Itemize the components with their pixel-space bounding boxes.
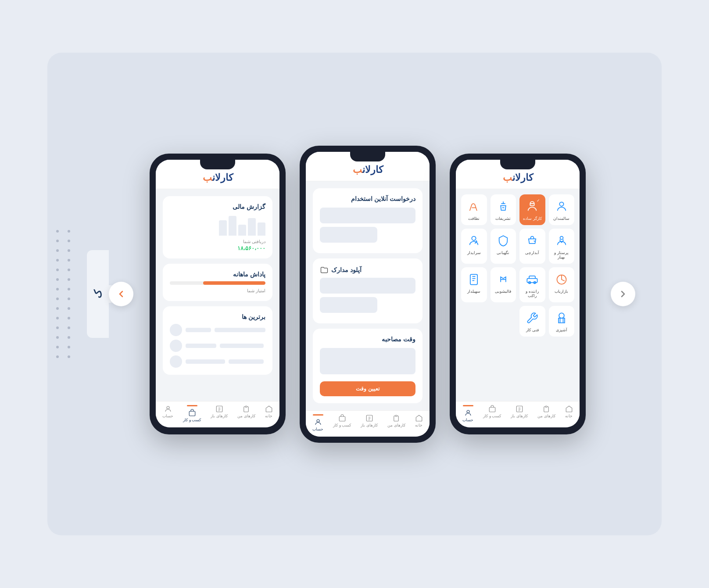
nav-2-home[interactable]: خانه xyxy=(415,414,423,431)
svg-rect-4 xyxy=(339,416,345,421)
svg-point-15 xyxy=(559,313,564,318)
kargar-icon-wrapper: ✓ xyxy=(524,199,540,215)
left-arrow-button[interactable] xyxy=(109,282,133,306)
salemandan-icon xyxy=(554,199,569,215)
category-ghali[interactable]: قالیشویی xyxy=(491,267,516,302)
nav-open-jobs[interactable]: کارهای باز xyxy=(211,405,228,422)
nav-3-home[interactable]: خانه xyxy=(565,405,573,422)
nav-2-home-label: خانه xyxy=(415,423,423,427)
nav-3-open-jobs[interactable]: کارهای باز xyxy=(511,405,528,422)
circle-1 xyxy=(170,324,182,336)
folder-icon xyxy=(320,265,329,274)
category-ashpaz[interactable]: آشپزی xyxy=(549,306,575,337)
nav-2-business[interactable]: کسب و کار xyxy=(333,414,351,431)
nav-2-account[interactable]: حساب xyxy=(312,414,323,431)
ranande-icon xyxy=(524,272,540,287)
selected-check: ✓ xyxy=(535,197,542,204)
category-parastar[interactable]: پرستار و بهیار xyxy=(549,229,575,264)
circle-3 xyxy=(170,355,182,368)
category-tashrife[interactable]: تشریفات xyxy=(491,194,516,225)
category-abdarcchi[interactable]: آبدارچی xyxy=(519,229,545,264)
list-row-2 xyxy=(170,340,265,352)
bar-3 xyxy=(238,225,246,236)
financial-subtitle: دریافتی شما xyxy=(170,239,265,244)
category-nezafat[interactable]: نظافت xyxy=(461,194,487,225)
nav-2-open-jobs[interactable]: کارهای باز xyxy=(361,414,378,431)
nav-business-label: کسب و کار xyxy=(183,418,201,422)
category-bazaryab[interactable]: بازاریاب xyxy=(549,267,575,302)
bazaryab-label: بازاریاب xyxy=(555,289,568,294)
nav-3-my-jobs-label: کارهای من xyxy=(537,414,555,418)
svg-rect-5 xyxy=(366,415,372,421)
nav-my-jobs[interactable]: کارهای من xyxy=(237,405,255,422)
nav-3-account[interactable]: حساب xyxy=(462,405,473,422)
list-row-1 xyxy=(170,324,265,336)
right-arrow-button[interactable] xyxy=(611,282,635,306)
top-performers-card: برترین ها xyxy=(163,306,272,375)
financial-report-title: گزارش مالی xyxy=(170,203,265,210)
financial-report-card: گزارش مالی دریافتی شما ۱۸،۵۶۰،۰۰۰ xyxy=(163,196,272,258)
interview-time-block xyxy=(320,348,415,374)
line-3a xyxy=(229,359,264,364)
svg-point-3 xyxy=(317,419,319,422)
dot-grid xyxy=(56,230,72,358)
sidebar-logo: ک xyxy=(92,290,104,298)
phone-3-content: سالمندان ✓ xyxy=(456,189,580,401)
category-soheil[interactable]: سهیلدار xyxy=(461,267,487,302)
nav-2-indicator xyxy=(313,414,323,416)
svg-rect-17 xyxy=(489,407,495,412)
bar-2 xyxy=(248,218,256,236)
nav-account[interactable]: حساب xyxy=(162,405,173,422)
nav-2-my-jobs[interactable]: کارهای من xyxy=(387,414,405,431)
phone-2: کارلانب درخواست آنلاین استخدام آپلود مدا… xyxy=(300,146,436,443)
nav-2-account-label: حساب xyxy=(312,427,323,431)
sidebar-tab: ک xyxy=(87,250,109,338)
nav-3-business[interactable]: کسب و کار xyxy=(483,405,501,422)
nav-home[interactable]: خانه xyxy=(265,405,273,422)
category-negahban[interactable]: نگهبانی xyxy=(491,229,516,264)
svg-rect-18 xyxy=(516,406,523,412)
kargar-label: کارگر ساده xyxy=(523,216,542,221)
upload-input-1 xyxy=(320,278,415,294)
outer-wrapper: ک کارلانب گزارش م xyxy=(47,53,662,535)
phone-1-notch xyxy=(200,160,235,169)
soheil-icon xyxy=(466,272,482,287)
monthly-reward-title: پاداش ماهانه xyxy=(170,271,265,278)
tashrife-icon-wrapper xyxy=(495,199,511,215)
fani-label: فنی کار xyxy=(526,328,539,332)
salemandan-icon-wrapper xyxy=(554,199,569,215)
phone-1-nav: حساب کسب و کار کارهای باز xyxy=(156,401,279,427)
list-row-3 xyxy=(170,355,265,368)
phone-3-logo: کارلانب xyxy=(503,172,533,183)
line-2a xyxy=(220,344,264,348)
svg-rect-7 xyxy=(530,204,534,206)
phone-3-notch xyxy=(500,160,535,169)
category-ranande[interactable]: راننده و راکب xyxy=(519,267,545,302)
phone-3: کارلانب xyxy=(450,154,586,434)
nezafat-icon-wrapper xyxy=(466,199,482,215)
nav-account-label: حساب xyxy=(162,414,173,418)
category-fani[interactable]: فنی کار xyxy=(519,306,545,337)
phone-3-inner: کارلانب xyxy=(456,160,580,427)
saraye-icon xyxy=(466,233,482,249)
parastar-icon xyxy=(554,233,569,249)
nav-3-my-jobs[interactable]: کارهای من xyxy=(537,405,555,422)
nav-3-business-label: کسب و کار xyxy=(483,414,501,418)
nav-business[interactable]: کسب و کار xyxy=(183,405,201,422)
category-salemandan[interactable]: سالمندان xyxy=(549,194,575,225)
phone-2-nav: حساب کسب و کار کارهای باز xyxy=(306,410,430,437)
fani-icon xyxy=(524,310,540,326)
line-1a xyxy=(215,328,265,332)
reward-subtitle: امتیاز شما xyxy=(170,288,265,293)
ghali-label: قالیشویی xyxy=(495,289,511,294)
nav-open-jobs-label: کارهای باز xyxy=(211,414,228,418)
svg-rect-14 xyxy=(470,274,477,284)
line-2b xyxy=(186,344,216,348)
category-kargar[interactable]: ✓ کارگر ساده xyxy=(519,194,545,225)
category-saraye[interactable]: سرایدار xyxy=(461,229,487,264)
upload-input-2 xyxy=(320,297,377,313)
bazaryab-icon xyxy=(554,272,569,287)
submit-btn[interactable]: تعیین وقت xyxy=(320,381,415,396)
svg-rect-1 xyxy=(189,411,195,416)
tashrife-icon xyxy=(495,199,511,215)
